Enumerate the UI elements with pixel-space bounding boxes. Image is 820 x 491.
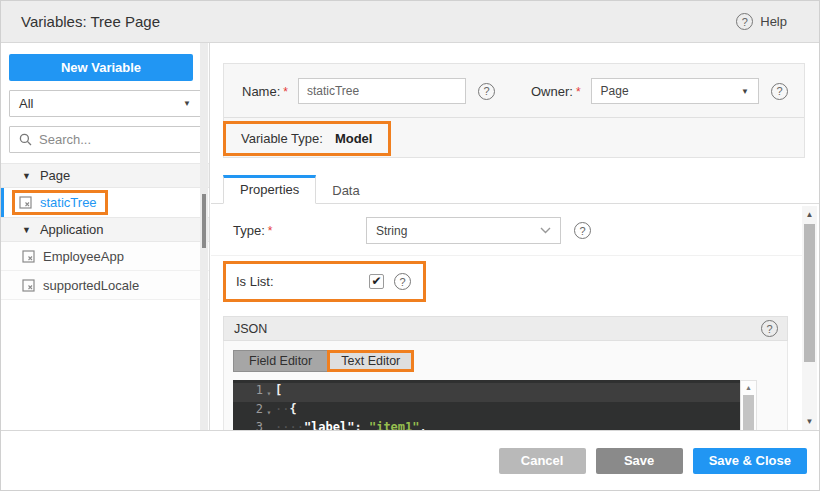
cancel-button[interactable]: Cancel [499,448,586,474]
variable-icon [19,196,32,209]
checkmark-icon: ✔ [371,275,381,287]
dropdown-arrow-icon: ▼ [183,99,191,108]
json-section: JSON ? Field Editor Text Editor 1▾[ [223,316,788,430]
page-title: Variables: Tree Page [21,13,160,30]
variables-dialog: Variables: Tree Page ? Help New Variable… [0,0,820,491]
variable-type-highlight: Variable Type: Model [223,121,391,156]
field-editor-tab[interactable]: Field Editor [233,350,328,372]
owner-dropdown[interactable]: Page ▼ [591,78,759,104]
tab-data[interactable]: Data [316,177,375,204]
dialog-header: Variables: Tree Page ? Help [1,1,820,43]
collapse-icon: ▼ [22,225,31,235]
variable-icon [22,279,35,292]
code-editor-content[interactable]: 1▾[ 2▾··{ 3····"label": "item1", 4····"i… [233,380,740,430]
owner-help-icon[interactable]: ? [771,83,788,100]
tree-item-supportedlocale[interactable]: supportedLocale [1,271,209,300]
editor-scrollbar[interactable]: ▲ [740,380,757,430]
variables-sidebar: New Variable All ▼ ▼ Page staticTree [1,43,210,430]
save-button[interactable]: Save [596,448,683,474]
code-line: 2▾··{ [233,402,740,421]
tree-item-statictree[interactable]: staticTree [1,188,209,217]
required-marker: * [283,85,288,99]
type-row: Type:* String ? [211,206,802,256]
new-variable-button[interactable]: New Variable [9,54,193,81]
sidebar-scrollbar[interactable] [200,43,208,430]
editor-scrollbar-thumb[interactable] [743,395,754,430]
fold-icon[interactable]: ▾ [263,383,275,402]
name-label: Name:* [242,84,288,99]
required-marker: * [268,224,273,238]
search-icon [19,133,32,146]
code-line: 1▾[ [233,383,740,402]
type-help-icon[interactable]: ? [574,222,591,239]
text-editor-tab[interactable]: Text Editor [327,350,414,372]
variable-detail-panel: Name:* ? Owner:* Page ▼ ? Variable Type:… [211,43,819,430]
detail-tabbar: Properties Data [211,177,819,204]
chevron-down-icon [540,227,551,234]
fold-icon[interactable]: ▾ [263,402,275,421]
scroll-up-icon[interactable]: ▲ [741,384,756,391]
type-selected-value: String [376,224,407,238]
variable-summary-panel: Name:* ? Owner:* Page ▼ ? Variable Type:… [223,63,805,158]
help-icon: ? [736,13,753,30]
panel-divider [224,117,804,118]
is-list-label: Is List: [236,274,369,289]
dialog-footer: Cancel Save Save & Close [1,430,820,490]
type-label: Type:* [233,223,366,238]
json-title: JSON [234,322,267,336]
help-button[interactable]: ? Help [736,13,787,30]
tree-item-employeeapp[interactable]: EmployeeApp [1,242,209,271]
help-label: Help [760,14,787,29]
search-input[interactable] [39,132,179,147]
is-list-help-icon[interactable]: ? [394,273,411,290]
save-and-close-button[interactable]: Save & Close [693,448,807,474]
tab-properties[interactable]: Properties [223,175,316,204]
filter-selected-value: All [19,96,33,111]
filter-dropdown[interactable]: All ▼ [9,90,201,117]
json-section-header: JSON ? [223,316,788,341]
required-marker: * [576,85,581,99]
dropdown-arrow-icon: ▼ [741,87,749,96]
collapse-icon: ▼ [22,171,31,181]
name-input[interactable] [298,78,466,104]
json-help-icon[interactable]: ? [761,320,778,337]
variable-type-label: Variable Type: [241,131,323,146]
name-help-icon[interactable]: ? [478,83,495,100]
properties-scrollbar-thumb[interactable] [804,224,815,362]
search-box[interactable] [9,126,201,153]
sidebar-scrollbar-thumb[interactable] [202,194,206,248]
owner-label: Owner:* [531,84,581,99]
scroll-up-icon[interactable]: ▲ [802,210,817,219]
properties-scrollbar[interactable]: ▲ ▼ [802,206,817,430]
variables-tree: ▼ Page staticTree ▼ Application Em [1,163,209,300]
statictree-highlight: staticTree [12,190,108,215]
owner-selected-value: Page [601,84,629,98]
properties-scroll-area: Type:* String ? Is List: ✔ ? JSON [211,206,802,430]
code-editor[interactable]: 1▾[ 2▾··{ 3····"label": "item1", 4····"i… [233,380,757,430]
type-dropdown[interactable]: String [366,217,561,244]
editor-mode-tabs: Field Editor Text Editor [233,350,787,372]
json-section-body: Field Editor Text Editor 1▾[ 2▾··{ [223,341,788,430]
variable-type-value: Model [335,131,373,146]
code-line: 3····"label": "item1", [233,420,740,430]
tree-group-page[interactable]: ▼ Page [1,163,209,188]
is-list-checkbox[interactable]: ✔ [369,274,384,289]
scroll-down-icon[interactable]: ▼ [802,417,817,426]
tree-group-application[interactable]: ▼ Application [1,217,209,242]
is-list-highlight: Is List: ✔ ? [223,261,426,302]
variable-icon [22,250,35,263]
